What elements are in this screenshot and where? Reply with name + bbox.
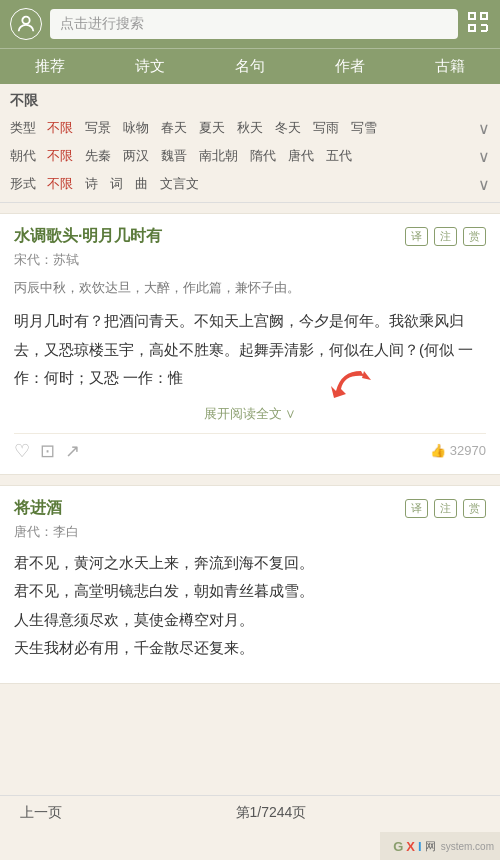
poem-footer-0: ♡ ⊡ ↗ 👍 32970	[14, 433, 486, 462]
filter-tag-type-nature[interactable]: 咏物	[120, 118, 152, 138]
filter-tag-type-snow[interactable]: 写雪	[348, 118, 380, 138]
poem-meta-1: 唐代：李白	[14, 523, 486, 541]
tab-poetry[interactable]: 诗文	[100, 49, 200, 84]
poem-expand-wrapper-0: 展开阅读全文 ∨	[14, 401, 486, 427]
filter-tag-dynasty-qin[interactable]: 先秦	[82, 146, 114, 166]
watermark: G X I 网 system.com	[380, 832, 500, 860]
poem-footer-icons-0: ♡ ⊡ ↗	[14, 440, 80, 462]
watermark-logo: G X I 网 system.com	[393, 839, 494, 854]
poem-card-1: 将进酒 译 注 赏 唐代：李白 君不见，黄河之水天上来，奔流到海不复回。 君不见…	[0, 485, 500, 684]
filter-row-type: 类型 不限 写景 咏物 春天 夏天 秋天 冬天 写雨 写雪 ∨	[0, 114, 500, 142]
poem-actions-1: 译 注 赏	[405, 499, 486, 518]
filter-tag-dynasty-han[interactable]: 两汉	[120, 146, 152, 166]
page-indicator: 第1/7244页	[236, 804, 307, 822]
poem-translate-btn-1[interactable]: 译	[405, 499, 428, 518]
filter-tag-type-spring[interactable]: 春天	[158, 118, 190, 138]
filter-tag-dynasty-unlimit[interactable]: 不限	[44, 146, 76, 166]
filter-tag-form-qu[interactable]: 曲	[132, 174, 151, 194]
search-input[interactable]: 点击进行搜索	[50, 9, 458, 39]
nav-tabs: 推荐 诗文 名句 作者 古籍	[0, 48, 500, 84]
filter-tag-type-autumn[interactable]: 秋天	[234, 118, 266, 138]
tab-recommend[interactable]: 推荐	[0, 49, 100, 84]
poem-expand-btn-0[interactable]: 展开阅读全文 ∨	[14, 401, 486, 427]
poem-appreciate-btn-0[interactable]: 赏	[463, 227, 486, 246]
avatar-icon[interactable]	[10, 8, 42, 40]
filter-tag-type-unlimit[interactable]: 不限	[44, 118, 76, 138]
filter-tag-form-unlimit[interactable]: 不限	[44, 174, 76, 194]
svg-rect-2	[481, 13, 487, 19]
filter-tag-form-shi[interactable]: 诗	[82, 174, 101, 194]
poem-content-1: 君不见，黄河之水天上来，奔流到海不复回。 君不见，高堂明镜悲白发，朝如青丝暮成雪…	[14, 549, 486, 663]
poem-content-0: 明月几时有？把酒问青天。不知天上宫阙，今夕是何年。我欲乘风归去，又恐琼楼玉宇，高…	[14, 307, 486, 393]
poem-translate-btn-0[interactable]: 译	[405, 227, 428, 246]
filter-label-form: 形式	[10, 175, 38, 193]
filter-tag-dynasty-nan[interactable]: 南北朝	[196, 146, 241, 166]
poem-card-0: 水调歌头·明月几时有 译 注 赏 宋代：苏轼 丙辰中秋，欢饮达旦，大醉，作此篇，…	[0, 213, 500, 475]
poem-card-0-header: 水调歌头·明月几时有 译 注 赏	[14, 226, 486, 247]
like-icon-0[interactable]: ♡	[14, 440, 30, 462]
poem-title-1[interactable]: 将进酒	[14, 498, 62, 519]
bottom-nav: 上一页 第1/7244页	[0, 795, 500, 830]
poem-appreciate-btn-1[interactable]: 赏	[463, 499, 486, 518]
share-icon-0[interactable]: ↗	[65, 440, 80, 462]
filter-title: 不限	[0, 88, 500, 114]
tab-quotes[interactable]: 名句	[200, 49, 300, 84]
scan-icon[interactable]	[466, 10, 490, 39]
poem-annotate-btn-1[interactable]: 注	[434, 499, 457, 518]
svg-marker-7	[362, 371, 371, 380]
tab-authors[interactable]: 作者	[300, 49, 400, 84]
prev-page-btn[interactable]: 上一页	[20, 804, 62, 822]
poem-card-1-header: 将进酒 译 注 赏	[14, 498, 486, 519]
svg-point-0	[22, 17, 29, 24]
tab-classics[interactable]: 古籍	[400, 49, 500, 84]
filter-expand-type[interactable]: ∨	[478, 119, 490, 138]
header: 点击进行搜索	[0, 0, 500, 48]
red-arrow-icon	[326, 366, 376, 406]
poem-like-count-0: 👍 32970	[430, 443, 486, 458]
filter-expand-dynasty[interactable]: ∨	[478, 147, 490, 166]
filter-expand-form[interactable]: ∨	[478, 175, 490, 194]
filter-tag-dynasty-wei[interactable]: 魏晋	[158, 146, 190, 166]
poem-actions-0: 译 注 赏	[405, 227, 486, 246]
filter-row-form: 形式 不限 诗 词 曲 文言文 ∨	[0, 170, 500, 198]
svg-rect-3	[469, 25, 475, 31]
poem-title-0[interactable]: 水调歌头·明月几时有	[14, 226, 162, 247]
filter-tag-type-landscape[interactable]: 写景	[82, 118, 114, 138]
filter-tag-dynasty-wudai[interactable]: 五代	[323, 146, 355, 166]
svg-rect-1	[469, 13, 475, 19]
poem-annotate-btn-0[interactable]: 注	[434, 227, 457, 246]
filter-tag-type-rain[interactable]: 写雨	[310, 118, 342, 138]
poem-meta-0: 宋代：苏轼	[14, 251, 486, 269]
filter-tag-dynasty-sui[interactable]: 隋代	[247, 146, 279, 166]
filter-label-type: 类型	[10, 119, 38, 137]
collect-icon-0[interactable]: ⊡	[40, 440, 55, 462]
filter-section: 不限 类型 不限 写景 咏物 春天 夏天 秋天 冬天 写雨 写雪 ∨ 朝代 不限…	[0, 84, 500, 203]
filter-tag-form-ci[interactable]: 词	[107, 174, 126, 194]
filter-tag-form-wenyan[interactable]: 文言文	[157, 174, 202, 194]
filter-label-dynasty: 朝代	[10, 147, 38, 165]
filter-tag-type-winter[interactable]: 冬天	[272, 118, 304, 138]
filter-tag-dynasty-tang[interactable]: 唐代	[285, 146, 317, 166]
poem-preface-0: 丙辰中秋，欢饮达旦，大醉，作此篇，兼怀子由。	[14, 277, 486, 299]
filter-row-dynasty: 朝代 不限 先秦 两汉 魏晋 南北朝 隋代 唐代 五代 ∨	[0, 142, 500, 170]
filter-tag-type-summer[interactable]: 夏天	[196, 118, 228, 138]
